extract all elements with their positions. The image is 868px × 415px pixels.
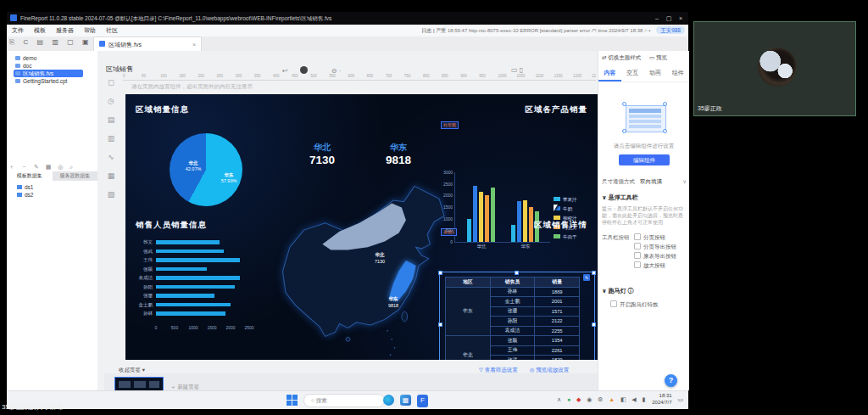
dataset-item[interactable]: ds2 (7, 191, 97, 199)
selection-handle[interactable] (592, 271, 596, 275)
checkbox-icon[interactable] (634, 252, 641, 259)
tray-green-icon[interactable]: ● (567, 396, 570, 402)
settings-icon[interactable]: ⚙ (598, 396, 603, 403)
participant-name: 35廖正政 (698, 104, 722, 113)
hbar-xtick-label: 0 (147, 325, 164, 330)
finereport-taskbar-icon[interactable]: F (417, 395, 428, 407)
selection-handle[interactable] (438, 271, 442, 275)
tab-server-dataset[interactable]: 服务器数据集 (53, 171, 98, 181)
selection-handle[interactable] (515, 271, 519, 275)
selection-handle[interactable] (592, 322, 596, 327)
tab-document[interactable]: 区域销售.fvs × (93, 36, 202, 52)
section-hover-toolbar[interactable]: ∨ 悬浮工具栏 (602, 193, 638, 202)
help-button[interactable]: ? (665, 374, 677, 387)
battery-icon[interactable]: ▮ (643, 396, 646, 403)
component-tool-icon[interactable]: ∿ (104, 153, 118, 171)
component-tool-icon[interactable]: ◻ (104, 78, 118, 97)
log-label[interactable]: 日志 | (421, 28, 434, 33)
volume-icon[interactable]: ◀ (632, 396, 636, 403)
checkbox-icon[interactable] (634, 243, 641, 250)
hbar[interactable] (156, 276, 240, 280)
panel-tab-动画[interactable]: 动画 (644, 66, 667, 81)
component-tool-icon[interactable]: ▥ (104, 134, 118, 153)
photos-app-icon[interactable]: ▦ (400, 395, 411, 406)
taskbar-search-input[interactable]: ○ 搜索 (303, 394, 385, 407)
tab-template-dataset[interactable]: 模板数据集 (7, 171, 53, 181)
qq-icon[interactable]: ◆ (576, 396, 581, 403)
edge-browser-icon[interactable] (383, 395, 394, 406)
tab-close-icon[interactable]: × (192, 37, 196, 52)
checkbox-icon[interactable] (634, 261, 641, 268)
tree-item[interactable]: GettingStarted.cpt (7, 77, 97, 85)
start-button[interactable] (287, 395, 298, 406)
menu-item[interactable]: 服务器 (51, 25, 79, 36)
panel-tab-组件[interactable]: 组件 (666, 66, 689, 81)
hbar[interactable] (156, 240, 220, 244)
panel-header: ⇄ 切换主题样式 ▭ 预览 (602, 54, 667, 62)
component-tool-icon[interactable]: ▦ (104, 171, 118, 190)
table-cell: 1869 (535, 287, 580, 297)
size-follow-row[interactable]: 尺寸遵循方式双向填满∨ (602, 178, 687, 186)
search-icon[interactable]: ○ (644, 28, 648, 33)
bar[interactable] (523, 200, 527, 242)
hbar[interactable] (156, 285, 235, 289)
marquee-option[interactable]: 开启跑马灯特效 (610, 300, 659, 310)
dataset-toolbar-icons[interactable]: ＋ － ✎ ▦ ◎ ⌕ (8, 163, 96, 171)
notification-icon[interactable]: ▭ (677, 396, 683, 403)
taskbar-clock[interactable]: 18:312024/7/7 (652, 393, 671, 406)
sales-detail-table[interactable]: 地区销售员销量华东孙林1869金士鹏2001张珊1571孙阳2122袁成洁225… (445, 277, 580, 360)
security-icon[interactable]: ▲ (609, 396, 615, 402)
panel-tab-交互[interactable]: 交互 (621, 66, 644, 81)
toolbar-button-checkbox[interactable]: 分页导出按钮 (634, 243, 676, 252)
dataset-item[interactable]: ds1 (7, 183, 97, 191)
hbar-chart[interactable] (156, 240, 249, 322)
toolbar-button-checkbox[interactable]: 原表导出按钮 (634, 252, 676, 261)
component-tool-icon[interactable]: ▧ (104, 190, 118, 209)
tree-item[interactable]: demo (7, 54, 97, 62)
bell-icon[interactable]: • (648, 28, 650, 33)
hbar[interactable] (156, 294, 214, 298)
panel-tab-内容[interactable]: 内容 (598, 66, 621, 81)
bar[interactable] (491, 188, 495, 242)
app-title: FineReport 11.0.28 stable 2024-07-05 @默认… (20, 15, 331, 21)
user-account-badge[interactable]: 王安988 (656, 26, 685, 34)
selection-handle[interactable] (438, 322, 442, 327)
theme-switch-button[interactable]: ⇄ 切换主题样式 (602, 54, 641, 60)
edit-component-button[interactable]: 编辑组件 (619, 154, 670, 165)
preview-zoom-settings-link[interactable]: ◎ 预览缩放设置 (530, 367, 569, 373)
toolbar-button-checkbox[interactable]: 分页按钮 (634, 233, 676, 243)
legend-item[interactable]: 牛肉干 (554, 233, 577, 243)
hbar[interactable] (156, 267, 207, 272)
checkbox-icon[interactable] (610, 300, 617, 307)
tray-expand-icon[interactable]: ∧ (557, 396, 561, 403)
microphone-icon[interactable]: ◉ (587, 396, 592, 403)
bar[interactable] (517, 201, 521, 242)
toolbar-button-checkbox[interactable]: 放大按钮 (634, 261, 676, 271)
menu-item[interactable]: 文件 (7, 25, 29, 36)
minimize-icon[interactable]: – (651, 12, 663, 25)
bar-category-label: 华东 (509, 244, 542, 250)
preview-button[interactable]: ▭ 预览 (649, 54, 667, 60)
menu-item[interactable]: 帮助 (79, 25, 101, 36)
section-marquee[interactable]: ∨ 跑马灯 ⓘ (602, 287, 634, 295)
video-participant-window[interactable]: 35廖正政 (693, 21, 856, 116)
component-tool-icon[interactable]: ◷ (104, 97, 118, 115)
close-icon[interactable]: × (675, 12, 687, 25)
wifi-icon[interactable]: ◧ (620, 396, 626, 403)
filter-settings-link[interactable]: ▽ 查看筛选设置 (479, 367, 518, 373)
bar[interactable] (511, 225, 515, 243)
hbar[interactable] (156, 311, 225, 316)
tree-item[interactable]: doc (7, 62, 97, 70)
tree-item[interactable]: 区域销售.fvs (14, 70, 83, 77)
hbar[interactable] (156, 303, 231, 307)
hbar[interactable] (156, 250, 224, 254)
checkbox-icon[interactable] (634, 233, 641, 240)
menu-item[interactable]: 模板 (29, 25, 51, 36)
table-edit-icon[interactable]: ✎ (583, 274, 590, 281)
windows-taskbar: ○ 搜索 ▦ F ∧ ● ◆ ◉ ⚙ ▲ ◧ ◀ ▮ 18:312024/7/7… (7, 390, 688, 409)
bar[interactable] (529, 207, 533, 242)
hbar[interactable] (156, 258, 240, 262)
menu-item[interactable]: 社区 (101, 25, 123, 36)
component-tool-icon[interactable]: ▤ (104, 115, 118, 134)
maximize-icon[interactable]: ▢ (663, 12, 675, 25)
